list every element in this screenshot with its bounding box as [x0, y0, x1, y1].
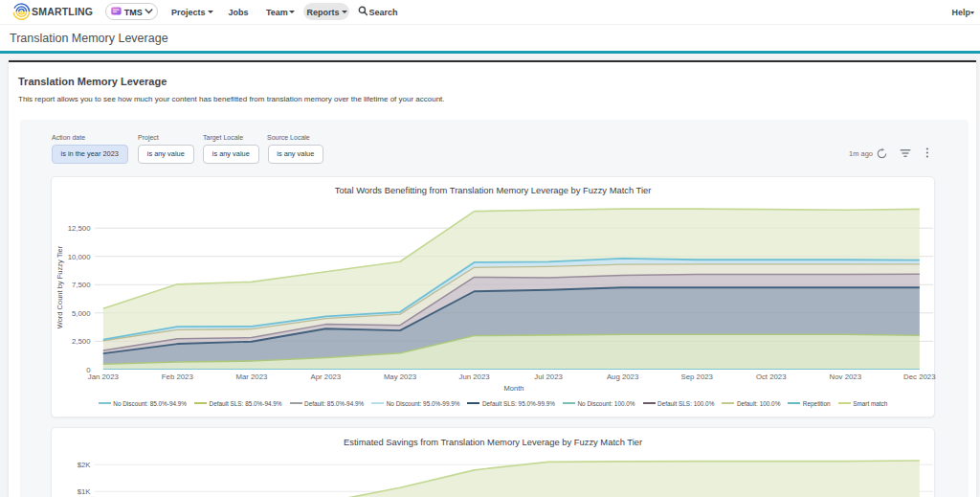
svg-text:Word Count by Fuzzy Tier: Word Count by Fuzzy Tier: [56, 246, 64, 329]
svg-text:$2K: $2K: [77, 461, 91, 469]
svg-text:Mar 2023: Mar 2023: [235, 373, 267, 381]
svg-text:Apr 2023: Apr 2023: [310, 373, 341, 381]
svg-text:Dec 2023: Dec 2023: [903, 373, 935, 381]
svg-text:5,000: 5,000: [72, 309, 91, 318]
svg-text:2,500: 2,500: [72, 338, 91, 347]
svg-text:Jul 2023: Jul 2023: [534, 373, 562, 381]
svg-text:Oct 2023: Oct 2023: [756, 373, 787, 381]
svg-text:Month: Month: [503, 384, 523, 393]
svg-text:$1K: $1K: [77, 487, 91, 496]
svg-text:Aug 2023: Aug 2023: [607, 373, 638, 381]
svg-text:Jan 2023: Jan 2023: [87, 373, 118, 381]
svg-text:May 2023: May 2023: [384, 373, 416, 381]
svg-text:Feb 2023: Feb 2023: [162, 373, 193, 381]
svg-text:Sep 2023: Sep 2023: [680, 373, 712, 381]
svg-text:Nov 2023: Nov 2023: [829, 373, 860, 381]
svg-text:Jun 2023: Jun 2023: [458, 373, 489, 381]
svg-text:12,500: 12,500: [67, 224, 91, 233]
svg-text:7,500: 7,500: [72, 282, 91, 290]
svg-text:10,000: 10,000: [67, 253, 91, 261]
